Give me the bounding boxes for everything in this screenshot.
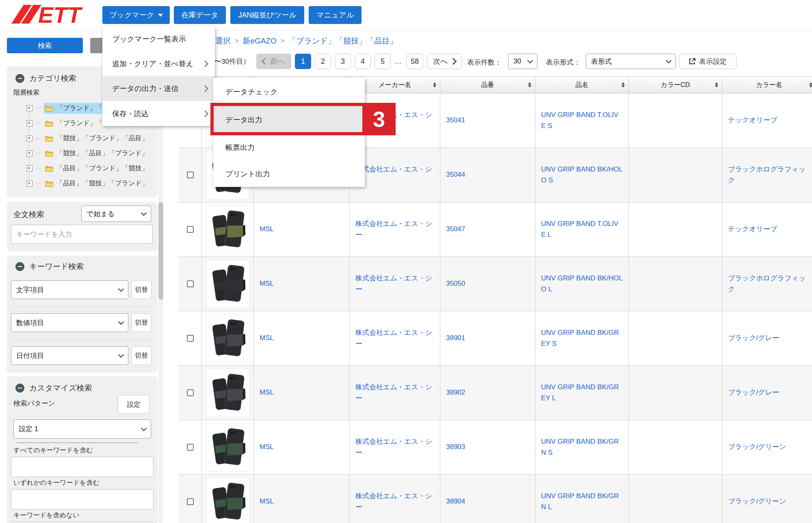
maker-link[interactable]: 株式会社エム・エス・シー bbox=[355, 219, 434, 240]
row-checkbox[interactable] bbox=[187, 171, 194, 178]
maker-link[interactable]: 株式会社エム・エス・シー bbox=[355, 436, 434, 458]
nav-inventory-button[interactable]: 在庫データ bbox=[174, 6, 226, 24]
keyword-text-select[interactable]: 文字項目 bbox=[11, 280, 128, 299]
row-checkbox[interactable] bbox=[187, 444, 194, 451]
row-checkbox[interactable] bbox=[187, 389, 194, 396]
tree-expand-icon[interactable] bbox=[26, 180, 32, 187]
name-link[interactable]: UNV GRIP BAND BK/GREY L bbox=[541, 382, 623, 404]
pagination-prev-button[interactable]: 前へ bbox=[256, 54, 291, 69]
sort-icon[interactable] bbox=[433, 82, 436, 87]
nav-jan-tool-button[interactable]: JAN縦並びツール bbox=[230, 6, 304, 24]
product-image-cell[interactable] bbox=[202, 475, 254, 523]
breadcrumb-link-egazo[interactable]: 新eGAZO bbox=[243, 36, 276, 46]
code-link[interactable]: 35044 bbox=[446, 169, 465, 180]
tree-expand-icon[interactable] bbox=[26, 165, 32, 171]
maker-link[interactable]: 株式会社エム・エス・シー bbox=[355, 273, 434, 295]
maker-link[interactable]: 株式会社エム・エス・シー bbox=[355, 491, 434, 512]
brand-link[interactable]: MSL bbox=[260, 496, 274, 507]
keyword-numeric-select[interactable]: 数値項目 bbox=[11, 313, 128, 332]
any-keywords-input[interactable] bbox=[11, 489, 154, 510]
submenu-item-print-output[interactable]: プリント出力 bbox=[213, 161, 365, 187]
code-link[interactable]: 35041 bbox=[446, 115, 465, 126]
keyword-text-toggle-button[interactable]: 切替 bbox=[131, 280, 152, 299]
submenu-item-data-check[interactable]: データチェック bbox=[213, 78, 365, 105]
code-link[interactable]: 38901 bbox=[446, 333, 465, 343]
pagination-page-3[interactable]: 3 bbox=[335, 54, 351, 69]
all-keywords-input[interactable] bbox=[11, 457, 154, 477]
color-name-link[interactable]: ブラックホログラフィック bbox=[728, 164, 808, 186]
pagination-next-button[interactable]: 次へ bbox=[427, 54, 462, 69]
sort-icon[interactable] bbox=[715, 82, 718, 87]
tree-expand-icon[interactable] bbox=[26, 150, 32, 156]
color-name-link[interactable]: ブラックホログラフィック bbox=[728, 273, 808, 295]
tree-expand-icon[interactable] bbox=[26, 135, 32, 141]
sort-icon[interactable] bbox=[528, 82, 531, 87]
brand-link[interactable]: MSL bbox=[260, 333, 274, 343]
search-button[interactable]: 検索 bbox=[7, 38, 83, 53]
code-link[interactable]: 38902 bbox=[446, 387, 465, 398]
pattern-select[interactable]: 設定 1 bbox=[13, 419, 151, 438]
code-link[interactable]: 35050 bbox=[446, 278, 465, 289]
product-image-cell[interactable] bbox=[202, 366, 254, 420]
fulltext-match-select[interactable]: で始まる bbox=[81, 206, 151, 222]
collapse-minus-icon[interactable] bbox=[15, 262, 24, 271]
view-format-select[interactable]: 表形式 bbox=[586, 54, 676, 69]
sort-icon[interactable] bbox=[809, 82, 812, 87]
pagination-page-2[interactable]: 2 bbox=[315, 54, 331, 69]
tree-item[interactable]: 「品目」「ブランド」「競技」 bbox=[19, 161, 151, 176]
pagination-page-5[interactable]: 5 bbox=[375, 54, 391, 69]
row-checkbox[interactable] bbox=[187, 280, 194, 287]
name-link[interactable]: UNV GRIP BAND T.OLIVE L bbox=[541, 219, 623, 240]
keyword-date-select[interactable]: 日付項目 bbox=[11, 346, 128, 365]
color-name-link[interactable]: ブラック/グレー bbox=[728, 333, 808, 343]
name-link[interactable]: UNV GRIP BAND BK/GRN L bbox=[541, 491, 623, 512]
header-color-name[interactable]: カラー名 bbox=[722, 77, 812, 93]
name-link[interactable]: UNV GRIP BAND T.OLIVE S bbox=[541, 110, 623, 131]
tree-expand-icon[interactable] bbox=[26, 105, 32, 111]
pagination-page-4[interactable]: 4 bbox=[355, 54, 371, 69]
menu-item-add-clear-sort[interactable]: 追加・クリア・並べ替え bbox=[102, 51, 215, 76]
color-name-link[interactable]: ブラック/グリーン bbox=[728, 496, 808, 507]
submenu-item-report-output[interactable]: 帳票出力 bbox=[213, 134, 365, 161]
sort-icon[interactable] bbox=[621, 82, 625, 87]
breadcrumb-link-select[interactable]: 選択 bbox=[215, 36, 231, 46]
maker-link[interactable]: 株式会社エム・エス・シー bbox=[355, 328, 434, 349]
nav-manual-button[interactable]: マニュアル bbox=[309, 6, 362, 24]
tree-expand-icon[interactable] bbox=[26, 120, 32, 126]
collapse-minus-icon[interactable] bbox=[15, 74, 24, 83]
breadcrumb-link-category[interactable]: 「ブランド」「競技」「品目」 bbox=[288, 36, 397, 46]
brand-link[interactable]: MSL bbox=[260, 278, 274, 289]
color-name-link[interactable]: テックオリーブ bbox=[728, 115, 808, 126]
code-link[interactable]: 38904 bbox=[446, 496, 465, 507]
pattern-settings-button[interactable]: 設定 bbox=[118, 395, 149, 414]
name-link[interactable]: UNV GRIP BAND BK/GRN S bbox=[541, 436, 623, 458]
product-image-cell[interactable] bbox=[202, 420, 254, 474]
tree-item[interactable]: 「競技」「ブランド」「品目」 bbox=[19, 131, 151, 146]
code-link[interactable]: 35047 bbox=[446, 224, 465, 234]
submenu-item-data-output[interactable]: データ出力 bbox=[213, 105, 365, 134]
color-name-link[interactable]: ブラック/グレー bbox=[728, 387, 808, 398]
name-link[interactable]: UNV GRIP BAND BK/HOLO L bbox=[541, 273, 623, 295]
product-image-cell[interactable] bbox=[202, 202, 254, 256]
keyword-date-toggle-button[interactable]: 切替 bbox=[131, 346, 152, 365]
sidebar-scrollbar-thumb[interactable] bbox=[158, 202, 163, 299]
row-checkbox[interactable] bbox=[187, 498, 194, 505]
tree-item[interactable]: 「品目」「競技」「ブランド」 bbox=[19, 176, 151, 191]
brand-link[interactable]: MSL bbox=[260, 442, 274, 452]
name-link[interactable]: UNV GRIP BAND BK/HOLO S bbox=[541, 164, 623, 186]
product-image-cell[interactable] bbox=[202, 311, 254, 365]
brand-link[interactable]: MSL bbox=[260, 224, 274, 234]
color-name-link[interactable]: テックオリーブ bbox=[728, 224, 808, 234]
row-checkbox[interactable] bbox=[187, 335, 194, 342]
display-settings-button[interactable]: 表示設定 bbox=[679, 54, 736, 69]
maker-link[interactable]: 株式会社エム・エス・シー bbox=[355, 164, 434, 186]
code-link[interactable]: 38903 bbox=[446, 442, 465, 452]
row-checkbox[interactable] bbox=[187, 226, 194, 233]
color-name-link[interactable]: ブラック/グリーン bbox=[728, 442, 808, 452]
header-color-cd[interactable]: カラーCD bbox=[629, 77, 722, 93]
product-image-cell[interactable] bbox=[202, 257, 254, 311]
name-link[interactable]: UNV GRIP BAND BK/GREY S bbox=[541, 328, 623, 349]
maker-link[interactable]: 株式会社エム・エス・シー bbox=[355, 110, 434, 131]
menu-item-bookmark-list[interactable]: ブックマーク一覧表示 bbox=[102, 26, 215, 51]
nav-bookmark-button[interactable]: ブックマーク bbox=[102, 6, 170, 24]
